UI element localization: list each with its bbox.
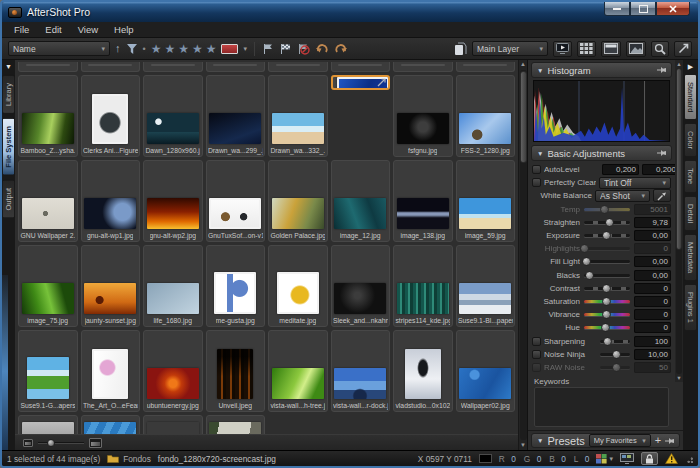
thumbnail-cell[interactable]: image_12.jpg (331, 160, 391, 242)
thumbnail-cell-partial[interactable] (143, 415, 203, 434)
thumbnail-cell[interactable]: image_75.jpg (18, 245, 78, 327)
tab-metadata[interactable]: Metadata (684, 234, 697, 281)
menu-item-help[interactable]: Help (106, 24, 142, 35)
scrollbar-thumb[interactable] (520, 71, 527, 163)
contrast-value[interactable]: 0 (634, 283, 671, 294)
color-label-dropdown-icon[interactable]: ▾ (243, 45, 247, 53)
histogram-header[interactable]: ▼ Histogram (531, 62, 672, 78)
slider-handle[interactable] (602, 231, 611, 240)
menu-item-edit[interactable]: Edit (37, 24, 69, 35)
small-thumbnails-icon[interactable] (23, 439, 33, 447)
perfectly-clear-select[interactable]: Tint Off▾ (599, 177, 671, 189)
maximize-button[interactable] (630, 2, 656, 16)
keywords-input[interactable] (534, 387, 669, 427)
thumbnail-cell[interactable]: stripes114_kde.jpg (393, 245, 453, 327)
raw-noise-slider[interactable] (599, 362, 631, 373)
thumbnail-cell[interactable]: image_59.jpg (456, 160, 516, 242)
thumbnail-cell-partial[interactable] (331, 62, 391, 72)
thumbnail-view-button[interactable] (601, 41, 621, 57)
thumbnail-cell[interactable]: GnuTuxSof...on-v1.jpg (206, 160, 266, 242)
tab-detail[interactable]: Detail (684, 196, 697, 231)
autolevel-high-value[interactable]: 0,200 (642, 164, 679, 175)
thumbnail-cell-partial[interactable] (81, 62, 141, 72)
star-icon[interactable]: ★ (178, 43, 189, 55)
thumbnail-cell[interactable]: fsfgnu.jpg (393, 75, 453, 157)
star-icon[interactable]: ★ (192, 43, 203, 55)
thumbnail-cell[interactable]: life_1680.jpg (143, 245, 203, 327)
thumbnail-cell[interactable]: FSS-2_1280.jpg (456, 75, 516, 157)
highlights-slider[interactable] (583, 243, 631, 254)
slider-handle[interactable] (612, 350, 621, 359)
collapse-left-icon[interactable]: ▼ (5, 63, 12, 71)
thumbnail-cell-partial[interactable] (18, 62, 78, 72)
tab-plugins-1[interactable]: Plugins 1 (684, 284, 697, 331)
sort-direction-icon[interactable]: ↑ (115, 43, 121, 54)
collapse-section-icon[interactable]: ▼ (537, 67, 543, 74)
scroll-up-icon[interactable]: ▲ (676, 60, 681, 68)
thumbnail-cell[interactable]: Golden Palace.jpg (268, 160, 328, 242)
sharpening-slider[interactable] (599, 336, 631, 347)
thumbnail-cell[interactable]: GNU Wallpaper 2.jpg (18, 160, 78, 242)
pin-icon[interactable] (657, 149, 667, 158)
thumbnail-cell-partial[interactable] (143, 62, 203, 72)
thumbnail-cell[interactable]: Unveil.jpeg (206, 330, 266, 412)
straighten-slider[interactable] (583, 217, 631, 228)
lock-button[interactable] (641, 452, 658, 465)
fullscreen-button[interactable] (674, 41, 692, 57)
blacks-slider[interactable] (583, 270, 631, 281)
title-bar[interactable]: AfterShot Pro (2, 2, 698, 22)
thumbnail-cell[interactable]: me-gusta.jpg (206, 245, 266, 327)
thumbnail-cell[interactable]: Clerks Ani...Figure.jpg (81, 75, 141, 157)
color-profile-control[interactable]: ▾ (596, 454, 613, 464)
noise-ninja-value[interactable]: 10,00 (634, 349, 671, 360)
thumbnail-cell[interactable]: jaunty-sunset.jpg (81, 245, 141, 327)
close-button[interactable] (656, 2, 690, 16)
slider-handle[interactable] (585, 271, 594, 280)
pin-icon[interactable] (657, 66, 667, 75)
thumbnail-cell-partial[interactable] (206, 62, 266, 72)
thumbnail-cell-partial[interactable] (18, 415, 78, 434)
saturation-slider[interactable] (583, 296, 631, 307)
thumbnail-cell[interactable]: vista-wall...h-tree.jpg (268, 330, 328, 412)
monitor-icon[interactable] (620, 453, 634, 464)
copy-settings-icon[interactable] (454, 42, 467, 56)
thumbnail-cell[interactable]: Suse9.1-G...apers.jpg (18, 330, 78, 412)
scroll-down-icon[interactable]: ▼ (676, 374, 681, 382)
tab-standard[interactable]: Standard (684, 74, 697, 120)
contrast-slider[interactable] (583, 283, 631, 294)
sharpening-checkbox[interactable] (532, 337, 541, 346)
collapse-right-icon[interactable]: ▶ (688, 63, 693, 71)
temp-slider[interactable] (583, 204, 631, 215)
slider-handle[interactable] (47, 439, 55, 447)
thumbnail-cell[interactable]: gnu-alt-wp1.jpg (81, 160, 141, 242)
minimize-button[interactable] (604, 2, 630, 16)
color-label-swatch[interactable] (221, 44, 238, 54)
star-icon[interactable]: ★ (206, 43, 217, 55)
fill-light-value[interactable]: 0,00 (634, 256, 671, 267)
collapse-section-icon[interactable]: ▼ (537, 150, 543, 157)
blacks-value[interactable]: 0,00 (634, 270, 671, 281)
panel-scrollbar[interactable]: ▲ ▼ (675, 60, 683, 382)
menu-item-view[interactable]: View (70, 24, 106, 35)
sharpening-value[interactable]: 100 (634, 336, 671, 347)
slider-handle[interactable] (580, 244, 589, 253)
thumbnail-cell[interactable]: gnu-alt-wp2.jpg (143, 160, 203, 242)
slider-handle[interactable] (603, 337, 612, 346)
folder-crumb[interactable]: Fondos (107, 454, 151, 464)
image-view-button[interactable] (626, 41, 646, 57)
fill-light-slider[interactable] (583, 256, 631, 267)
slider-handle[interactable] (582, 257, 591, 266)
add-preset-button[interactable]: + (655, 435, 661, 446)
scroll-up-icon[interactable]: ▲ (520, 60, 526, 69)
scrollbar-track[interactable] (676, 68, 682, 374)
filter-icon[interactable] (126, 43, 138, 55)
sort-by-select[interactable]: Name▾ (8, 41, 110, 56)
tab-tone[interactable]: Tone (684, 160, 697, 192)
highlights-value[interactable]: 0 (634, 243, 671, 254)
tab-color[interactable]: Color (684, 123, 697, 157)
magnifier-button[interactable] (651, 41, 669, 57)
autolevel-low-value[interactable]: 0,200 (602, 164, 639, 175)
scrollbar-thumb[interactable] (676, 68, 682, 250)
layer-select[interactable]: Main Layer▾ (472, 41, 548, 56)
rotate-right-icon[interactable] (334, 43, 348, 55)
